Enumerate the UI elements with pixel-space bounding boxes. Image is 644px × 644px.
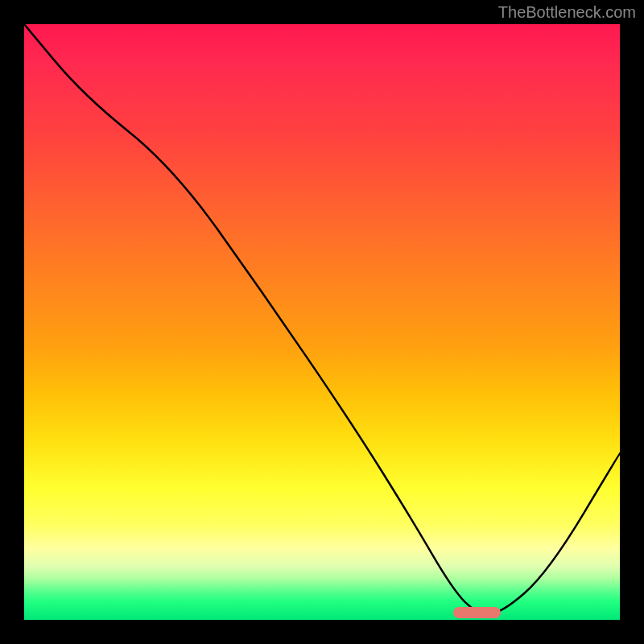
chart-curve-svg — [24, 24, 620, 620]
optimal-range-marker — [453, 607, 501, 618]
watermark-text: TheBottleneck.com — [498, 3, 636, 22]
bottleneck-curve-path — [24, 24, 620, 614]
chart-plot-area — [24, 24, 620, 620]
